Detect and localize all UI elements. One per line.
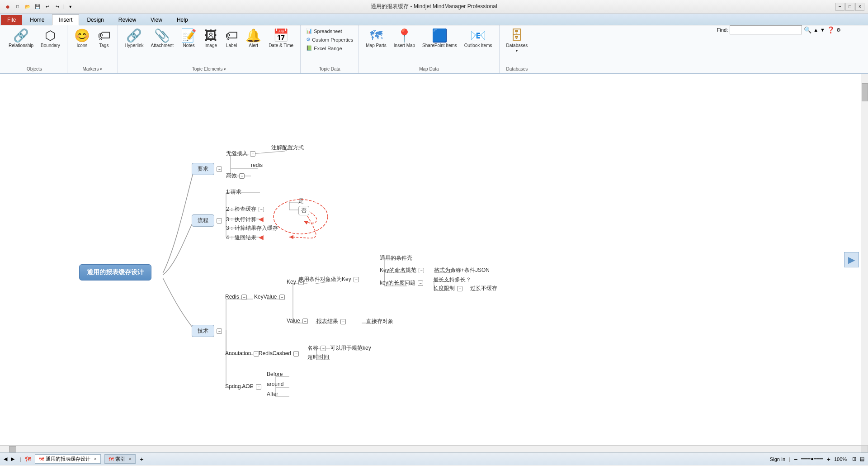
- node-redis[interactable]: Redis −: [225, 294, 247, 300]
- zoom-out-btn[interactable]: −: [794, 456, 797, 463]
- minimize-btn[interactable]: −: [835, 3, 844, 11]
- nav-back[interactable]: ◀: [4, 456, 7, 462]
- find-search-icon[interactable]: 🔍: [804, 26, 811, 33]
- image-btn[interactable]: 🖼 Image: [201, 27, 221, 50]
- redis-collapse[interactable]: −: [241, 295, 247, 300]
- baobiao-collapse[interactable]: −: [340, 319, 346, 324]
- wufenjieru-collapse[interactable]: −: [250, 151, 255, 157]
- hscroll-thumb[interactable]: [9, 446, 16, 452]
- find-input[interactable]: [730, 25, 802, 34]
- tab-help[interactable]: Help: [170, 14, 195, 25]
- mingcheng-collapse[interactable]: −: [321, 346, 326, 351]
- markers-expand[interactable]: ▾: [100, 67, 102, 71]
- node-rediscashed[interactable]: RedisCashed −: [259, 350, 299, 357]
- xianzhi-collapse[interactable]: −: [457, 286, 462, 291]
- zoom-slider[interactable]: ━━━●━━━: [801, 456, 823, 462]
- node-changdu[interactable]: key的长度问题 −: [380, 279, 423, 287]
- attachment-btn[interactable]: 📎 Attachment: [148, 27, 177, 50]
- tab-home[interactable]: Home: [23, 14, 51, 25]
- tab-file[interactable]: File: [1, 15, 22, 25]
- sign-in[interactable]: Sign In: [770, 456, 785, 462]
- restore-btn[interactable]: □: [845, 3, 854, 11]
- node-qingqiu[interactable]: 1:请求: [226, 188, 241, 196]
- vscroll[interactable]: [861, 74, 868, 445]
- gaoxiao-collapse[interactable]: −: [239, 173, 245, 179]
- databases-btn[interactable]: 🗄 Databases ▾: [503, 27, 531, 55]
- new-btn[interactable]: □: [14, 3, 22, 11]
- find-next-icon[interactable]: ▼: [820, 27, 825, 33]
- yaoqiu-collapse[interactable]: −: [217, 166, 222, 172]
- spreadsheet-btn[interactable]: 📊 Spreadsheet: [304, 27, 355, 35]
- node-tiaojian[interactable]: 使用条件对象做为Key −: [298, 276, 359, 283]
- datetime-btn[interactable]: 📅 Date & Time: [265, 27, 297, 51]
- jiancha-collapse[interactable]: −: [259, 207, 264, 212]
- node-yaoqiu[interactable]: 要求 −: [192, 163, 222, 175]
- hscroll[interactable]: [0, 445, 868, 452]
- changdu-collapse[interactable]: −: [418, 281, 423, 286]
- keyvalue-collapse[interactable]: −: [279, 295, 285, 300]
- node-minming[interactable]: Key的命名规范 −: [380, 266, 424, 274]
- node-anoutation[interactable]: Anoutation −: [225, 350, 259, 357]
- view-fit-icon[interactable]: ⊞: [852, 456, 856, 462]
- tab-index-close[interactable]: ×: [129, 456, 132, 461]
- node-liucheng[interactable]: 流程 −: [192, 214, 222, 227]
- jishu-collapse[interactable]: −: [217, 328, 222, 334]
- tab-design[interactable]: Design: [80, 14, 110, 25]
- minming-collapse[interactable]: −: [419, 268, 424, 273]
- label-btn[interactable]: 🏷 Label: [222, 27, 241, 50]
- close-btn[interactable]: ×: [855, 3, 864, 11]
- zoom-in-btn[interactable]: +: [827, 456, 830, 463]
- node-zhijie[interactable]: 直接存对象: [366, 318, 393, 325]
- node-zhujie[interactable]: 注解配置方式: [271, 144, 304, 152]
- tab-view[interactable]: View: [144, 14, 169, 25]
- node-wufenjieru[interactable]: 无缝接入 −: [226, 150, 255, 157]
- hyperlink-btn[interactable]: 🔗 Hyperlink: [122, 27, 147, 50]
- node-fou[interactable]: 否: [298, 206, 309, 215]
- node-zhixing[interactable]: 3：执行计算 ◀: [226, 215, 264, 223]
- node-springaop[interactable]: Spring AOP −: [225, 383, 261, 390]
- central-node[interactable]: 通用的报表缓存设计: [79, 264, 151, 281]
- node-value[interactable]: Value −: [287, 318, 308, 324]
- tiaojian-collapse[interactable]: −: [354, 277, 359, 282]
- alert-btn[interactable]: 🔔 Alert: [242, 27, 264, 50]
- relationship-btn[interactable]: 🔗 Relationship: [5, 27, 37, 50]
- node-baobiao[interactable]: 报表结果 −: [316, 318, 346, 325]
- node-xianzhi[interactable]: 长度限制 −: [433, 285, 462, 292]
- anoutation-collapse[interactable]: −: [254, 351, 259, 357]
- liucheng-collapse[interactable]: −: [217, 218, 222, 223]
- excel-range-btn[interactable]: 📗 Excel Range: [304, 44, 355, 52]
- collapse-right-btn[interactable]: ▶: [844, 252, 859, 267]
- node-guifan[interactable]: 可以用于规范key: [330, 344, 371, 352]
- notes-btn[interactable]: 📝 Notes: [178, 27, 200, 50]
- map-parts-btn[interactable]: 🗺 Map Parts: [363, 27, 390, 50]
- node-geshi[interactable]: 格式为命称+条件JSON: [434, 266, 490, 274]
- node-zuichang[interactable]: 最长支持多长？: [433, 276, 471, 284]
- node-keyvalue[interactable]: KeyValue −: [254, 294, 285, 300]
- node-jishu[interactable]: 技术 −: [192, 325, 222, 337]
- node-after[interactable]: After: [267, 391, 278, 397]
- node-fanhui[interactable]: 4：返回结果 ◀: [226, 233, 264, 242]
- outlook-btn[interactable]: 📧 Outlook Items: [461, 27, 495, 51]
- vscroll-thumb[interactable]: [862, 83, 868, 101]
- node-jieguo[interactable]: 3：计算结果存入缓存: [226, 224, 278, 232]
- node-around[interactable]: around: [267, 381, 283, 387]
- open-btn[interactable]: 📂: [24, 3, 32, 11]
- node-redis-label[interactable]: redis: [251, 162, 263, 168]
- view-mode-icon[interactable]: ▤: [860, 456, 864, 462]
- find-prev-icon[interactable]: ▲: [813, 27, 818, 33]
- undo-btn[interactable]: ↩: [43, 3, 52, 11]
- add-tab[interactable]: +: [140, 456, 144, 463]
- nav-forward[interactable]: ▶: [11, 456, 14, 462]
- boundary-btn[interactable]: ⬡ Boundary: [38, 27, 63, 50]
- databases-expand-arrow[interactable]: ▾: [516, 49, 518, 53]
- node-chaoshi[interactable]: 超时时间: [307, 353, 329, 361]
- tab-review[interactable]: Review: [112, 14, 143, 25]
- tab-insert[interactable]: Insert: [52, 14, 79, 25]
- redo-btn[interactable]: ↪: [53, 3, 61, 11]
- node-before[interactable]: Before: [267, 371, 283, 377]
- node-mingcheng[interactable]: 名称 −: [307, 344, 326, 352]
- save-btn[interactable]: 💾: [33, 3, 42, 11]
- find-help-icon[interactable]: ❓: [827, 26, 835, 33]
- tab-main-close[interactable]: ×: [94, 456, 97, 461]
- find-options-icon[interactable]: ⚙: [836, 27, 841, 33]
